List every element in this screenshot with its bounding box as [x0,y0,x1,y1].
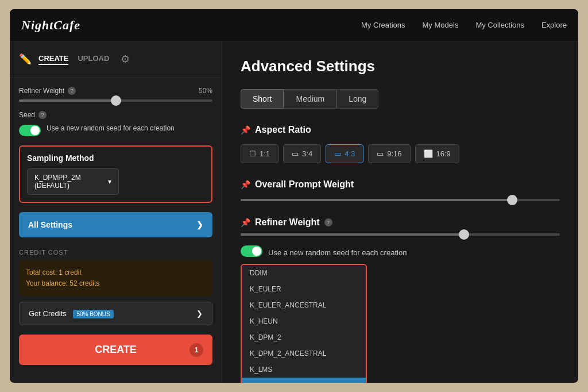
main-refiner-weight-label: Refiner Weight [255,217,320,228]
main-layout: ✏️ CREATE UPLOAD ⚙ Refiner Weight ? 50% [10,41,578,383]
seed-toggle-row: Use a new random seed for each creation [19,124,212,136]
aspect-ratio-label: 📌 Aspect Ratio [241,125,560,135]
sampling-dropdown-box: DDIM K_EULER K_EULER_ANCESTRAL K_HEUN K_… [241,264,367,383]
sampling-method-select[interactable]: K_DPMPP_2M (DEFAULT) ▾ [27,168,119,195]
nav-my-models[interactable]: My Models [423,21,459,29]
pin-icon-2: 📌 [241,180,250,189]
main-refiner-weight-help[interactable]: ? [324,218,332,226]
prompt-slider-fill [241,199,512,201]
get-credits-button[interactable]: Get Credits 50% BONUS ❯ [19,302,212,325]
credit-cost-section: CREDIT COST Total cost: 1 credit Your ba… [19,249,212,325]
aspect-1-1[interactable]: ☐ 1:1 [241,144,278,163]
get-credits-label: Get Credits 50% BONUS [29,309,114,318]
dropdown-item-ddim[interactable]: DDIM [242,265,366,281]
sampling-dropdown-container: DDIM K_EULER K_EULER_ANCESTRAL K_HEUN K_… [241,264,560,383]
credit-total: Total cost: 1 credit [26,267,206,278]
create-label: CREATE [95,344,137,356]
duration-group: Short Medium Long [241,89,560,109]
dropdown-item-klms[interactable]: K_LMS [242,362,366,378]
main-refiner-weight-slider[interactable] [241,233,560,236]
slider-thumb[interactable] [111,95,121,106]
credit-balance: Your balance: 52 credits [26,278,206,289]
dropdown-item-keuler[interactable]: K_EULER [242,281,366,297]
duration-short[interactable]: Short [241,89,284,109]
bonus-badge: 50% BONUS [73,310,113,318]
pin-icon: 📌 [241,125,250,134]
overall-prompt-weight-label: 📌 Overall Prompt Weight [241,179,560,190]
seed-toggle-label: Use a new random seed for each creation [47,124,175,133]
dropdown-item-kdpm2[interactable]: K_DPM_2 [242,329,366,345]
aspect-9-16[interactable]: ▭ 9:16 [368,144,410,163]
aspect-4-3[interactable]: ▭ 4:3 [326,144,363,163]
sidebar-content: Refiner Weight ? 50% Seed ? [10,78,222,383]
create-button[interactable]: CREATE 1 [19,335,212,365]
nav-links: My Creations My Models My Collections Ex… [361,21,567,29]
aspect-icon-4-3: ▭ [334,149,341,158]
aspect-icon-9-16: ▭ [377,149,384,158]
sampling-dropdown-list: DDIM K_EULER K_EULER_ANCESTRAL K_HEUN K_… [242,265,366,383]
aspect-ratio-group: ☐ 1:1 ▭ 3:4 ▭ 4:3 ▭ 9:16 [241,144,560,163]
all-settings-label: All Settings [28,220,72,229]
main-seed-label: Use a new random seed for each creation [268,248,407,257]
credit-info-box: Total cost: 1 credit Your balance: 52 cr… [19,260,212,296]
nav-my-collections[interactable]: My Collections [475,21,524,29]
settings-icon[interactable]: ⚙ [116,48,134,70]
tab-create[interactable]: CREATE [38,54,68,65]
all-settings-chevron-icon: ❯ [196,220,203,229]
tab-upload[interactable]: UPLOAD [78,54,109,65]
edit-icon: ✏️ [19,53,32,66]
duration-medium[interactable]: Medium [284,89,336,109]
main-content: Advanced Settings Short Medium Long 📌 As… [222,41,578,383]
main-refiner-weight-label-row: 📌 Refiner Weight ? [241,217,560,228]
main-refiner-weight-section: 📌 Refiner Weight ? Use a new random seed… [241,217,560,383]
aspect-3-4[interactable]: ▭ 3:4 [283,144,321,163]
sampling-method-section: Sampling Method K_DPMPP_2M (DEFAULT) ▾ [19,145,212,203]
app-logo: NightCafe [21,18,361,33]
credit-cost-label: CREDIT COST [19,249,212,256]
sampling-method-label: Sampling Method [27,153,204,163]
top-nav: NightCafe My Creations My Models My Coll… [10,9,578,41]
sidebar-refiner-weight-section: Refiner Weight ? 50% [19,87,212,102]
dropdown-item-kdpm2-ancestral[interactable]: K_DPM_2_ANCESTRAL [242,345,366,362]
seed-help[interactable]: ? [38,111,47,119]
nav-my-creations[interactable]: My Creations [361,21,405,29]
dropdown-item-kdpmpp2m[interactable]: K_DPMPP_2M (DEFAULT) [242,378,366,383]
aspect-ratio-section: 📌 Aspect Ratio ☐ 1:1 ▭ 3:4 ▭ 4:3 [241,125,560,163]
sampling-method-value: K_DPMPP_2M (DEFAULT) [34,174,108,190]
main-refiner-slider-fill [241,233,464,236]
dropdown-item-kheun[interactable]: K_HEUN [242,313,366,329]
sidebar: ✏️ CREATE UPLOAD ⚙ Refiner Weight ? 50% [10,41,222,383]
main-seed-row: Use a new random seed for each creation [241,244,560,257]
seed-toggle[interactable] [19,125,41,136]
create-badge: 1 [189,343,203,357]
duration-long[interactable]: Long [336,89,378,109]
sidebar-tabs: CREATE UPLOAD [38,54,109,65]
main-seed-toggle[interactable] [241,245,262,257]
main-refiner-slider-thumb[interactable] [459,229,469,240]
pin-icon-3: 📌 [241,218,250,227]
nav-explore[interactable]: Explore [541,21,567,29]
overall-prompt-weight-section: 📌 Overall Prompt Weight [241,179,560,201]
seed-label: Seed ? [19,111,212,119]
all-settings-button[interactable]: All Settings ❯ [19,212,212,237]
aspect-icon-16-9: ⬜ [424,149,433,158]
sidebar-seed-section: Seed ? Use a new random seed for each cr… [19,111,212,136]
refiner-weight-slider[interactable] [19,99,212,102]
prompt-slider-thumb[interactable] [507,195,517,205]
get-credits-chevron-icon: ❯ [196,309,203,318]
refiner-weight-help[interactable]: ? [68,87,76,95]
refiner-weight-label: Refiner Weight ? 50% [19,87,212,95]
aspect-icon-1-1: ☐ [249,149,256,158]
slider-fill [19,99,116,102]
aspect-16-9[interactable]: ⬜ 16:9 [415,144,459,163]
page-title: Advanced Settings [241,57,560,75]
overall-prompt-weight-slider[interactable] [241,199,560,201]
app-container: NightCafe My Creations My Models My Coll… [10,9,578,383]
sidebar-top: ✏️ CREATE UPLOAD ⚙ [10,41,222,78]
aspect-icon-3-4: ▭ [292,149,299,158]
sampling-dropdown-chevron: ▾ [108,178,111,186]
refiner-weight-value: 50% [199,87,212,95]
dropdown-item-keuler-ancestral[interactable]: K_EULER_ANCESTRAL [242,297,366,313]
